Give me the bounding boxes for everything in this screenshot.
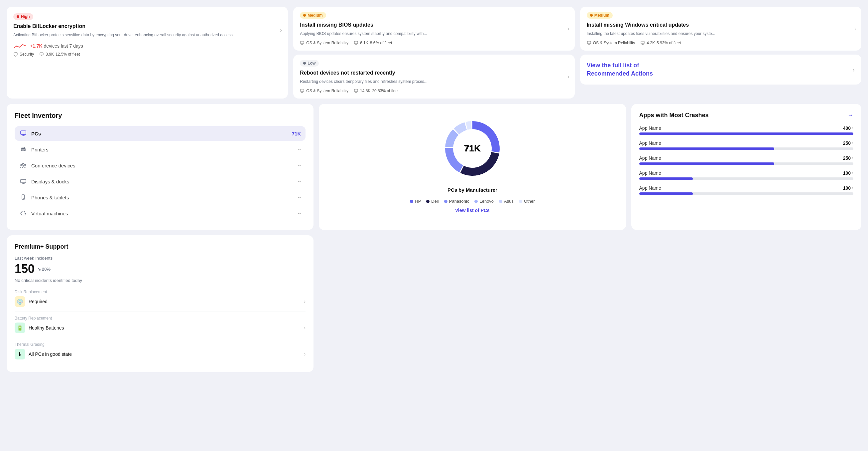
legend-item-other: Other xyxy=(519,199,535,204)
support-item-1[interactable]: 🔋 Healthy Batteries › xyxy=(14,322,306,333)
fleet-icon-Displays & docks xyxy=(19,177,27,186)
fleet-item-printers[interactable]: Printers -- xyxy=(14,142,306,157)
meta-percent: 12.5% of fleet xyxy=(56,52,80,57)
svg-rect-3 xyxy=(301,41,304,44)
low-dot-1 xyxy=(303,62,306,64)
trend-label: devices last 7 days xyxy=(44,43,83,49)
legend-dot-dell xyxy=(426,200,430,203)
support-item-arrow-2[interactable]: › xyxy=(304,351,306,357)
meta-security: Security xyxy=(13,52,34,57)
crash-count-2[interactable]: 250 › xyxy=(843,156,854,161)
fleet-item-conference-devices[interactable]: Conference devices -- xyxy=(14,158,306,173)
fleet-icon-Virtual machines xyxy=(19,209,27,217)
donut-chart-card: 71K 71K PCs by Manufacturer HPDellPanaso… xyxy=(319,104,626,230)
legend-item-hp: HP xyxy=(410,199,421,204)
support-item-0[interactable]: 💿 Required › xyxy=(14,296,306,307)
crashes-title: Apps with Most Crashes xyxy=(639,112,709,119)
meta-security-label: Security xyxy=(20,52,34,57)
crashes-header: Apps with Most Crashes → xyxy=(639,112,854,119)
monitor-icon-m1 xyxy=(300,40,305,45)
fleet-item-phones-&-tablets[interactable]: Phones & tablets -- xyxy=(14,190,306,205)
donut-subtitle: PCs by Manufacturer xyxy=(447,187,497,193)
monitor-icon-l1b xyxy=(354,88,359,93)
fleet-items-list: PCs 71K Printers -- Conference devices -… xyxy=(14,126,306,221)
crash-bar-fill-1 xyxy=(639,147,774,150)
medium-alert-2-meta: OS & System Reliability 4.2K 5.93% of fl… xyxy=(587,40,855,45)
fleet-title: Fleet Inventory xyxy=(14,112,306,119)
medium-dot-2 xyxy=(590,14,593,17)
main-alert-title: Enable BitLocker encryption xyxy=(13,23,281,29)
medium-alert-2-title: Install missing Windows critical updates xyxy=(587,22,855,28)
support-icon-0: 💿 xyxy=(14,296,25,307)
view-full-arrow[interactable]: › xyxy=(852,66,855,74)
fleet-icon-Printers xyxy=(19,145,27,153)
support-item-arrow-1[interactable]: › xyxy=(304,325,306,331)
medium-alert-2-desc: Installing the latest updates fixes vuln… xyxy=(587,31,855,37)
m2-meta2: 4.2K 5.93% of fleet xyxy=(640,40,681,45)
crash-bar-bg-2 xyxy=(639,163,854,165)
svg-rect-6 xyxy=(354,41,358,44)
crash-item-4: App Name 100 › xyxy=(639,186,854,195)
low-alert-1-arrow[interactable]: › xyxy=(567,73,569,80)
premium-sections: Disk Replacement 💿 Required › Battery Re… xyxy=(14,289,306,360)
legend-item-panasonic: Panasonic xyxy=(444,199,469,204)
medium-alert-1-title: Install missing BIOS updates xyxy=(300,22,568,28)
low-alert-1-meta: OS & System Reliability 14.8K 20.83% of … xyxy=(300,88,568,93)
crash-bar-bg-0 xyxy=(639,133,854,135)
medium-alert-1: Medium Install missing BIOS updates Appl… xyxy=(293,7,575,51)
svg-point-29 xyxy=(25,164,26,166)
crash-count-0[interactable]: 400 › xyxy=(843,125,854,131)
crashes-arrow-link[interactable]: → xyxy=(847,112,854,119)
low-badge-1: Low xyxy=(300,60,319,66)
svg-rect-21 xyxy=(21,131,26,135)
crash-bar-bg-3 xyxy=(639,177,854,180)
monitor-icon-l1 xyxy=(300,88,305,93)
incident-trend: ↘ 20% xyxy=(37,266,51,272)
monitor-icon-m1b xyxy=(354,40,359,45)
support-item-2[interactable]: 🌡 All PCs in good state › xyxy=(14,349,306,360)
monitor-icon xyxy=(39,52,44,57)
l1-meta2: 14.8K 20.83% of fleet xyxy=(354,88,399,93)
medium-alert-2-arrow[interactable]: › xyxy=(854,25,856,32)
support-icon-1: 🔋 xyxy=(14,322,25,333)
view-list-link[interactable]: View list of PCs xyxy=(455,208,490,213)
monitor-icon-m2 xyxy=(587,40,591,45)
fleet-item-pcs[interactable]: PCs 71K xyxy=(14,126,306,141)
crash-item-3: App Name 100 › xyxy=(639,170,854,180)
fleet-item-virtual-machines[interactable]: Virtual machines -- xyxy=(14,206,306,221)
legend-item-lenovo: Lenovo xyxy=(474,199,494,204)
crash-bar-fill-4 xyxy=(639,192,693,195)
no-critical-text: No critical incidents identified today xyxy=(14,278,306,283)
support-item-arrow-0[interactable]: › xyxy=(304,299,306,305)
m1-meta2: 6.1K 8.6% of fleet xyxy=(354,40,392,45)
crash-bar-bg-4 xyxy=(639,192,854,195)
crash-bar-fill-2 xyxy=(639,163,774,165)
legend-dot-other xyxy=(519,200,522,203)
view-full-card[interactable]: View the full list of Recommended Action… xyxy=(580,55,861,85)
low-alert-1: Low Reboot devices not restarted recentl… xyxy=(293,55,575,98)
fleet-item-displays-&-docks[interactable]: Displays & docks -- xyxy=(14,174,306,189)
main-alert-arrow[interactable]: › xyxy=(280,27,282,34)
svg-rect-30 xyxy=(21,179,26,183)
l1-meta1: OS & System Reliability xyxy=(300,88,348,93)
donut-legend: HPDellPanasonicLenovoAsusOther xyxy=(410,199,534,204)
crash-count-4[interactable]: 100 › xyxy=(843,186,854,191)
crash-count-1[interactable]: 250 › xyxy=(843,140,854,146)
low-alert-1-desc: Restarting devices clears temporary file… xyxy=(300,79,568,85)
medium-dot-1 xyxy=(303,14,306,17)
donut-center-value: 71K xyxy=(464,143,481,154)
legend-dot-panasonic xyxy=(444,200,447,203)
main-alert-meta: Security 8.9K 12.5% of fleet xyxy=(13,52,281,57)
main-alert-desc: Activating BitLocker protects sensitive … xyxy=(13,32,281,38)
m1-meta1: OS & System Reliability xyxy=(300,40,348,45)
high-dot xyxy=(17,15,19,18)
crash-bar-fill-3 xyxy=(639,177,693,180)
view-full-text: View the full list of Recommended Action… xyxy=(587,61,653,78)
svg-rect-18 xyxy=(641,41,644,44)
crash-count-3[interactable]: 100 › xyxy=(843,170,854,176)
premium-section-2: Thermal Grading 🌡 All PCs in good state … xyxy=(14,342,306,360)
medium-alert-2: Medium Install missing Windows critical … xyxy=(580,7,861,51)
medium-alert-1-arrow[interactable]: › xyxy=(567,25,569,32)
legend-dot-asus xyxy=(499,200,502,203)
svg-rect-9 xyxy=(301,89,304,91)
